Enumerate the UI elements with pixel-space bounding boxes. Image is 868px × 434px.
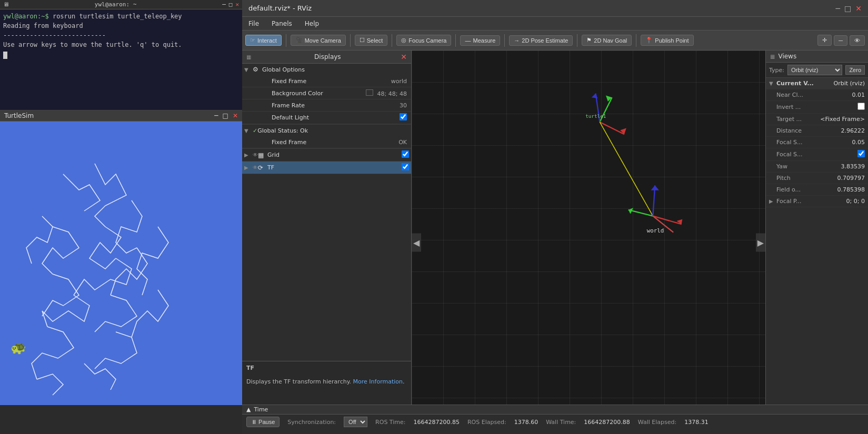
viewport-right-arrow[interactable]: ▶ <box>756 233 765 251</box>
viewport-left-arrow[interactable]: ◀ <box>412 233 421 251</box>
frame-rate-row[interactable]: Frame Rate 30 <box>242 99 411 111</box>
2d-nav-icon: ⚑ <box>586 37 592 44</box>
pitch-key: Pitch <box>776 175 837 181</box>
turtlesim-panel: TurtleSim ─ □ ✕ <box>0 110 242 405</box>
publish-point-icon: 📍 <box>645 37 653 44</box>
grid-name: Grid <box>267 152 402 158</box>
focal-s2-checkbox[interactable] <box>857 150 865 157</box>
yaw-row[interactable]: Yaw 3.83539 <box>766 161 868 173</box>
sync-label: Synchronization: <box>287 419 336 426</box>
focal-s1-row[interactable]: Focal S... 0.05 <box>766 137 868 148</box>
grid-checkbox[interactable] <box>402 150 409 158</box>
terminal-titlebar: 🖥 ywl@aaron: ~ ─ □ ✕ <box>0 0 242 9</box>
type-row: Type: Orbit (rviz) Zero <box>766 63 868 78</box>
tf-row[interactable]: ▶ 👁 ⟳ TF <box>242 162 411 174</box>
pause-button[interactable]: ⏸ Pause <box>246 417 280 427</box>
toolbar-measure[interactable]: — Measure <box>460 35 500 46</box>
menu-file[interactable]: File <box>246 19 261 28</box>
near-clip-row[interactable]: Near Cl... 0.01 <box>766 89 868 101</box>
fixed-frame-status-row[interactable]: Fixed Frame OK <box>242 136 411 148</box>
turtlesim-minimize[interactable]: ─ <box>214 112 218 119</box>
pitch-row[interactable]: Pitch 0.709797 <box>766 173 868 184</box>
type-select[interactable]: Orbit (rviz) <box>787 65 842 75</box>
focus-camera-icon: ◎ <box>401 37 406 44</box>
sync-select[interactable]: Off <box>344 417 367 427</box>
rviz-title: default.rviz* - RViz <box>248 4 312 12</box>
terminal-maximize[interactable]: □ <box>229 1 233 8</box>
win-minimize[interactable]: ─ <box>836 4 840 13</box>
window-controls: ─ □ ✕ <box>836 4 862 13</box>
svg-line-9 <box>628 210 653 216</box>
fixed-frame-value: world <box>391 78 409 85</box>
target-key: Target ... <box>776 116 820 123</box>
menu-help[interactable]: Help <box>303 19 321 28</box>
turtle-icon: 🐢 <box>11 340 26 355</box>
global-status-item: ▼ ✓ Global Status: Ok Fixed Frame OK <box>242 125 411 149</box>
views-spacer <box>766 207 868 416</box>
desc-link[interactable]: More Information <box>353 378 403 385</box>
terminal-line-3: Use arrow keys to move the turtle. 'q' t… <box>3 41 182 48</box>
menu-panels[interactable]: Panels <box>270 19 294 28</box>
toolbar-sep-4 <box>455 34 456 47</box>
displays-icon: ▦ <box>246 54 251 60</box>
zero-button[interactable]: Zero <box>845 65 865 75</box>
time-header: ▲ Time <box>242 405 868 415</box>
rviz-window: default.rviz* - RViz ─ □ ✕ File Panels H… <box>242 0 868 434</box>
focal-p-key: Focal P... <box>776 198 846 205</box>
default-light-checkbox[interactable] <box>400 113 407 120</box>
minus-icon: ─ <box>839 37 843 44</box>
rviz-titlebar: default.rviz* - RViz ─ □ ✕ <box>242 0 868 17</box>
default-light-item: Default Light <box>242 112 411 124</box>
toolbar-sep-2 <box>350 34 351 47</box>
global-options-name: Global Options <box>262 66 409 73</box>
ros-elapsed-value: 1378.60 <box>514 419 538 426</box>
global-options-expand: ▼ <box>244 67 253 73</box>
invert-row[interactable]: Invert ... <box>766 101 868 114</box>
field-row[interactable]: Field o... 0.785398 <box>766 184 868 196</box>
viewport[interactable]: turtle1 world ◀ ▶ <box>412 51 765 434</box>
focal-s1-key: Focal S... <box>776 139 852 146</box>
toolbar-focus-camera[interactable]: ◎ Focus Camera <box>396 35 451 46</box>
default-light-row[interactable]: Default Light <box>242 112 411 124</box>
focal-p-row[interactable]: ▶ Focal P... 0; 0; 0 <box>766 196 868 207</box>
toolbar-extra-2[interactable]: ─ <box>834 35 847 46</box>
tf-name: TF <box>267 164 402 171</box>
bg-color-item: Background Color 48; 48; 48 <box>242 87 411 99</box>
toolbar-extra-1[interactable]: ✛ <box>817 35 832 46</box>
target-row[interactable]: Target ... <Fixed Frame> <box>766 114 868 125</box>
type-label: Type: <box>769 67 784 74</box>
global-options-row[interactable]: ▼ ⚙ Global Options <box>242 64 411 75</box>
global-status-row[interactable]: ▼ ✓ Global Status: Ok <box>242 125 411 136</box>
win-maximize[interactable]: □ <box>844 4 851 13</box>
fixed-frame-row[interactable]: Fixed Frame world <box>242 75 411 87</box>
distance-row[interactable]: Distance 2.96222 <box>766 125 868 137</box>
toolbar-2d-nav[interactable]: ⚑ 2D Nav Goal <box>582 35 632 46</box>
terminal-minimize[interactable]: ─ <box>222 1 226 8</box>
tf-checkbox[interactable] <box>402 163 409 170</box>
win-close[interactable]: ✕ <box>855 4 862 13</box>
turtlesim-close[interactable]: ✕ <box>233 112 238 119</box>
focal-s2-row[interactable]: Focal S... <box>766 148 868 161</box>
frame-rate-name: Frame Rate <box>272 102 400 109</box>
displays-close[interactable]: ✕ <box>401 53 407 61</box>
displays-list: ▼ ⚙ Global Options Fixed Frame world <box>242 64 411 361</box>
grid-row[interactable]: ▶ 👁 ▦ Grid <box>242 149 411 161</box>
toolbar-interact[interactable]: ☞ Interact <box>245 35 282 46</box>
toolbar-extra-3[interactable]: 👁 <box>850 35 865 46</box>
frame-rate-item: Frame Rate 30 <box>242 99 411 112</box>
time-controls: ⏸ Pause Synchronization: Off ROS Time: 1… <box>242 415 868 429</box>
displays-title: Displays <box>314 53 341 60</box>
current-view-header[interactable]: ▼ Current V... Orbit (rviz) <box>766 78 868 89</box>
invert-checkbox[interactable] <box>857 103 865 110</box>
toolbar-publish-point[interactable]: 📍 Publish Point <box>641 35 693 46</box>
toolbar-2d-pose[interactable]: → 2D Pose Estimate <box>509 35 573 46</box>
terminal-close[interactable]: ✕ <box>235 1 239 8</box>
toolbar-sep-3 <box>392 34 392 47</box>
turtlesim-maximize[interactable]: □ <box>223 112 228 119</box>
svg-marker-12 <box>651 185 659 190</box>
toolbar-select[interactable]: ☐ Select <box>355 35 388 46</box>
bg-color-row[interactable]: Background Color 48; 48; 48 <box>242 87 411 99</box>
focal-p-expand: ▶ <box>769 198 776 204</box>
toolbar-move-camera[interactable]: 🎥 Move Camera <box>291 35 346 46</box>
focal-s2-val <box>857 150 865 159</box>
